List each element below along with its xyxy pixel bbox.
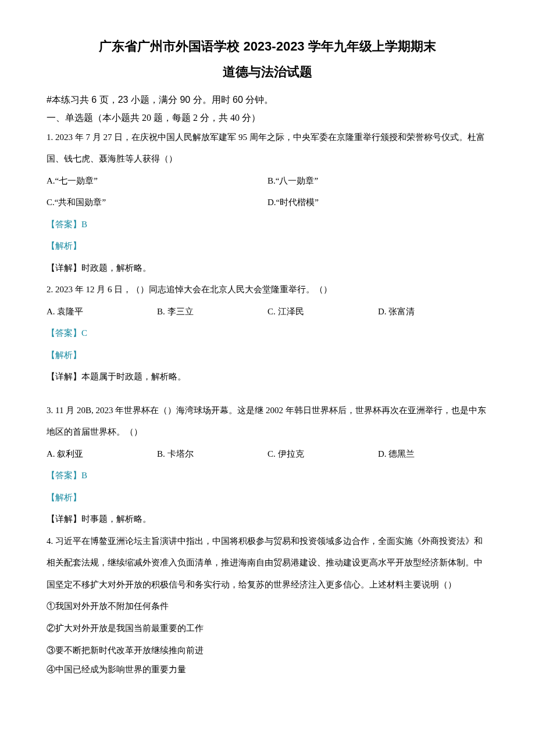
q3-detail: 【详解】时事题，解析略。	[47, 508, 488, 531]
spacer	[47, 388, 488, 400]
q2-options: A. 袁隆平 B. 李三立 C. 江泽民 D. 张富清	[47, 301, 488, 323]
q3-optC: C. 伊拉克	[268, 443, 378, 465]
answer-label: 【答案】	[47, 328, 81, 338]
title-line-1: 广东省广州市外国语学校 2023-2023 学年九年级上学期期末	[47, 35, 488, 58]
q4-text: 4. 习近平在博鳌亚洲论坛主旨演讲中指出，中国将积极参与贸易和投资领域多边合作，…	[47, 531, 488, 596]
q2-answer-value: C	[81, 328, 87, 338]
q4-statement-1: ①我国对外开放不附加任何条件	[47, 596, 488, 618]
detail-label: 【详解】	[47, 514, 81, 524]
q3-answer-value: B	[81, 471, 87, 480]
answer-label: 【答案】	[47, 220, 81, 229]
q3-analysis-label: 【解析】	[47, 487, 488, 509]
q4-statement-2: ②扩大对外开放是我国当前最重要的工作	[47, 618, 488, 640]
answer-label: 【答案】	[47, 471, 81, 480]
q1-optC: C.“共和国勋章”	[47, 192, 268, 214]
q2-text: 2. 2023 年 12 月 6 日，（）同志追悼大会在北京人民大会堂隆重举行。…	[47, 279, 488, 301]
exam-meta: #本练习共 6 页，23 小题，满分 90 分。用时 60 分钟。	[47, 91, 488, 109]
detail-label: 【详解】	[47, 372, 81, 381]
q2-optC: C. 江泽民	[268, 301, 378, 323]
q1-optD: D.“时代楷模”	[268, 192, 488, 214]
q3-optA: A. 叙利亚	[47, 443, 157, 465]
q2-optB: B. 李三立	[157, 301, 268, 323]
q1-detail: 【详解】时政题，解析略。	[47, 257, 488, 280]
q3-options: A. 叙利亚 B. 卡塔尔 C. 伊拉克 D. 德黑兰	[47, 443, 488, 465]
q2-detail-text: 本题属于时政题，解析略。	[81, 372, 186, 381]
q1-answer-value: B	[81, 220, 87, 229]
q1-options-row1: A.“七一勋章” B.“八一勋章”	[47, 170, 488, 192]
q2-optD: D. 张富清	[378, 301, 488, 323]
q1-answer: 【答案】B	[47, 214, 488, 236]
q3-answer: 【答案】B	[47, 465, 488, 487]
q3-text: 3. 11 月 20B, 2023 年世界杯在（）海湾球场开幕。这是继 2002…	[47, 400, 488, 443]
q4-statement-3: ③要不断把新时代改革开放继续推向前进	[47, 643, 488, 658]
q1-optA: A.“七一勋章”	[47, 170, 268, 192]
q2-optA: A. 袁隆平	[47, 301, 157, 323]
q3-detail-text: 时事题，解析略。	[81, 514, 151, 524]
q1-analysis-label: 【解析】	[47, 235, 488, 257]
title-line-2: 道德与法治试题	[47, 60, 488, 84]
q4-statement-4: ④中国已经成为影响世界的重要力量	[47, 662, 488, 678]
q1-detail-text: 时政题，解析略。	[81, 263, 151, 273]
q2-detail: 【详解】本题属于时政题，解析略。	[47, 366, 488, 388]
q1-text: 1. 2023 年 7 月 27 日，在庆祝中国人民解放军建军 95 周年之际，…	[47, 127, 488, 170]
q1-options-row2: C.“共和国勋章” D.“时代楷模”	[47, 192, 488, 214]
q3-optD: D. 德黑兰	[378, 443, 488, 465]
q1-optB: B.“八一勋章”	[268, 170, 488, 192]
q2-answer: 【答案】C	[47, 323, 488, 345]
q3-optB: B. 卡塔尔	[157, 443, 268, 465]
q2-analysis-label: 【解析】	[47, 345, 488, 367]
section-heading: 一、单选题（本小题共 20 题，每题 2 分，共 40 分）	[47, 109, 488, 127]
detail-label: 【详解】	[47, 263, 81, 273]
